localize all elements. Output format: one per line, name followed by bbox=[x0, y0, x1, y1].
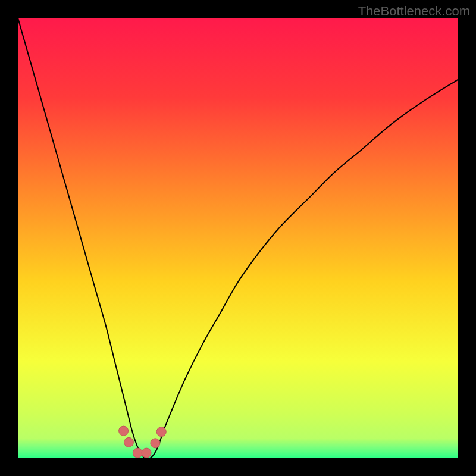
plot-background bbox=[18, 18, 458, 458]
curve-marker bbox=[119, 426, 129, 436]
curve-marker bbox=[151, 439, 160, 448]
curve-marker bbox=[142, 448, 151, 458]
chart-container: TheBottleneck.com bbox=[0, 0, 476, 476]
curve-marker bbox=[156, 427, 166, 437]
curve-marker bbox=[124, 437, 133, 447]
curve-marker bbox=[133, 448, 142, 458]
bottleneck-curve-chart bbox=[0, 0, 476, 476]
